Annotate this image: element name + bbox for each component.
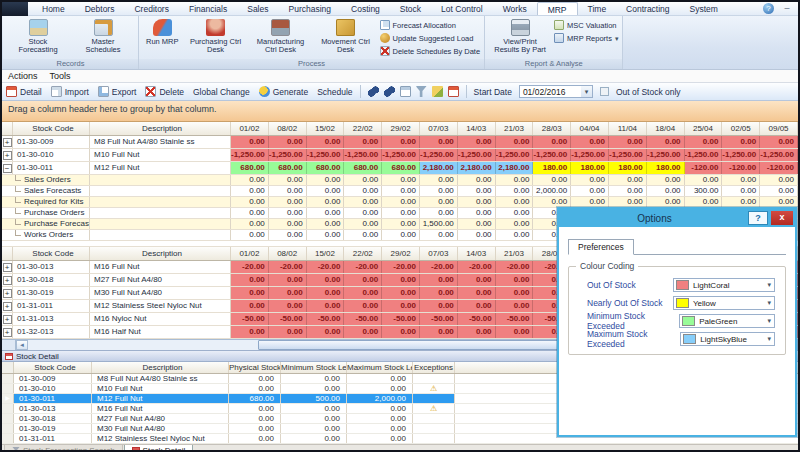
value-cell[interactable]: 0.00 — [307, 186, 345, 196]
column-header-date[interactable]: 18/04 — [647, 122, 685, 135]
stock-row[interactable]: −01-30-011M12 Full Nut680.00680.00680.00… — [2, 162, 798, 175]
stock-code-cell[interactable]: 01-30-010 — [14, 384, 92, 393]
value-cell[interactable]: 0.00 — [609, 197, 647, 207]
expand-icon[interactable]: + — [3, 138, 12, 147]
value-cell[interactable]: 0.00 — [496, 274, 534, 286]
value-cell[interactable]: 0.00 — [344, 186, 382, 196]
value-cell[interactable]: 0.00 — [231, 287, 269, 299]
value-cell[interactable]: 0.00 — [420, 287, 458, 299]
value-cell[interactable]: -50.00 — [269, 313, 307, 325]
value-cell[interactable]: 0.00 — [307, 287, 345, 299]
toolbar-button-global-change[interactable]: Global Change — [193, 87, 250, 97]
value-cell[interactable]: 0.00 — [420, 274, 458, 286]
value-cell[interactable]: -120.00 — [760, 162, 798, 174]
ribbon-tab-stock[interactable]: Stock — [390, 2, 431, 15]
minimum-stock-cell[interactable]: 0.00 — [281, 434, 347, 443]
column-header-description[interactable]: Description — [90, 122, 231, 135]
value-cell[interactable]: -50.00 — [420, 313, 458, 325]
value-cell[interactable]: 0.00 — [307, 136, 345, 148]
value-cell[interactable]: 0.00 — [269, 230, 307, 240]
value-cell[interactable]: 0.00 — [458, 274, 496, 286]
column-header-date[interactable]: 09/05 — [760, 122, 798, 135]
stock-row[interactable]: +01-30-010M10 Full Nut-1,250.00-1,250.00… — [2, 149, 798, 162]
description-cell[interactable]: M30 Full Nut A4/80 — [90, 287, 231, 299]
description-cell[interactable]: M27 Full Nut A4/80 — [90, 274, 231, 286]
physical-stock-cell[interactable]: 0.00 — [229, 434, 281, 443]
value-cell[interactable]: 0.00 — [609, 175, 647, 185]
value-cell[interactable]: 0.00 — [231, 274, 269, 286]
value-cell[interactable]: 0.00 — [420, 208, 458, 218]
value-cell[interactable]: 0.00 — [685, 136, 723, 148]
tab-stock-detail[interactable]: Stock Detail — [124, 445, 194, 452]
value-cell[interactable]: -1,250.00 — [685, 149, 723, 161]
out-of-stock-checkbox[interactable] — [600, 87, 609, 96]
value-cell[interactable]: -50.00 — [231, 313, 269, 325]
value-cell[interactable]: -20.00 — [307, 261, 345, 273]
value-cell[interactable]: -1,250.00 — [647, 149, 685, 161]
column-header-description[interactable]: Description — [90, 247, 231, 260]
value-cell[interactable]: -20.00 — [231, 261, 269, 273]
value-cell[interactable]: 2,180.00 — [458, 162, 496, 174]
value-cell[interactable]: 0.00 — [571, 186, 609, 196]
value-cell[interactable]: 0.00 — [231, 197, 269, 207]
value-cell[interactable]: -1,250.00 — [231, 149, 269, 161]
value-cell[interactable]: 0.00 — [458, 186, 496, 196]
value-cell[interactable]: 0.00 — [458, 300, 496, 312]
ribbon-tab-sales[interactable]: Sales — [237, 2, 278, 15]
value-cell[interactable]: -50.00 — [307, 313, 345, 325]
value-cell[interactable]: 180.00 — [571, 162, 609, 174]
value-cell[interactable]: 0.00 — [533, 175, 571, 185]
value-cell[interactable]: 0.00 — [231, 230, 269, 240]
scrollbar-splitter-box[interactable] — [2, 340, 16, 350]
ribbon-button-purchasing-ctrl-desk[interactable]: Purchasing Ctrl Desk — [185, 18, 247, 55]
filter-icon[interactable] — [416, 86, 427, 97]
column-header-date[interactable]: 08/02 — [269, 247, 307, 260]
child-row-sales-orders[interactable]: Sales Orders0.000.000.000.000.000.000.00… — [2, 175, 798, 186]
value-cell[interactable]: 0.00 — [760, 136, 798, 148]
value-cell[interactable]: 680.00 — [307, 162, 345, 174]
value-cell[interactable]: -20.00 — [382, 261, 420, 273]
value-cell[interactable]: 0.00 — [269, 208, 307, 218]
value-cell[interactable]: 0.00 — [760, 186, 798, 196]
value-cell[interactable]: 0.00 — [382, 186, 420, 196]
value-cell[interactable]: 0.00 — [496, 230, 534, 240]
column-header-minimum-stock-level[interactable]: Minimum Stock Level — [281, 362, 347, 373]
value-cell[interactable]: 0.00 — [231, 186, 269, 196]
value-cell[interactable]: 0.00 — [307, 274, 345, 286]
minimum-stock-cell[interactable]: 0.00 — [281, 404, 347, 413]
value-cell[interactable]: 0.00 — [344, 326, 382, 338]
description-cell[interactable]: M27 Full Nut A4/80 — [92, 414, 229, 423]
column-header-date[interactable]: 29/02 — [382, 247, 420, 260]
column-header-stock-code[interactable]: Stock Code — [13, 247, 90, 260]
ribbon-tab-time[interactable]: Time — [578, 2, 617, 15]
ribbon-button-mrp-reports[interactable]: MRP Reports — [554, 33, 618, 43]
value-cell[interactable]: 1,500.00 — [420, 219, 458, 229]
stock-row[interactable]: +01-30-009M8 Full Nut A4/80 Stainle ss0.… — [2, 136, 798, 149]
ribbon-tab-lot-control[interactable]: Lot Control — [431, 2, 493, 15]
value-cell[interactable]: 0.00 — [571, 136, 609, 148]
value-cell[interactable]: 0.00 — [344, 300, 382, 312]
value-cell[interactable]: 0.00 — [307, 197, 345, 207]
value-cell[interactable]: 2,180.00 — [496, 162, 534, 174]
value-cell[interactable]: 0.00 — [458, 136, 496, 148]
find-icon[interactable] — [368, 86, 379, 97]
minimize-icon[interactable]: – — [782, 4, 792, 14]
ribbon-tab-mrp[interactable]: MRP — [537, 2, 578, 15]
stock-code-cell[interactable]: 01-30-010 — [13, 149, 90, 161]
physical-stock-cell[interactable]: 0.00 — [229, 414, 281, 423]
value-cell[interactable]: 0.00 — [722, 197, 760, 207]
ribbon-tab-creditors[interactable]: Creditors — [124, 2, 178, 15]
value-cell[interactable]: 0.00 — [420, 326, 458, 338]
value-cell[interactable]: 0.00 — [231, 208, 269, 218]
value-cell[interactable]: 0.00 — [420, 300, 458, 312]
value-cell[interactable]: 0.00 — [496, 136, 534, 148]
ribbon-tab-system[interactable]: System — [680, 2, 728, 15]
stock-code-cell[interactable]: 01-30-011 — [13, 162, 90, 174]
column-header-date[interactable]: 25/04 — [685, 122, 723, 135]
child-row-sales-forecasts[interactable]: Sales Forecasts0.000.000.000.000.000.000… — [2, 186, 798, 197]
stock-code-cell[interactable]: 01-30-018 — [13, 274, 90, 286]
ribbon-tab-purchasing[interactable]: Purchasing — [278, 2, 341, 15]
toolbar-button-export[interactable]: Export — [98, 86, 137, 97]
stock-code-cell[interactable]: 01-31-013 — [13, 313, 90, 325]
value-cell[interactable]: 0.00 — [382, 136, 420, 148]
